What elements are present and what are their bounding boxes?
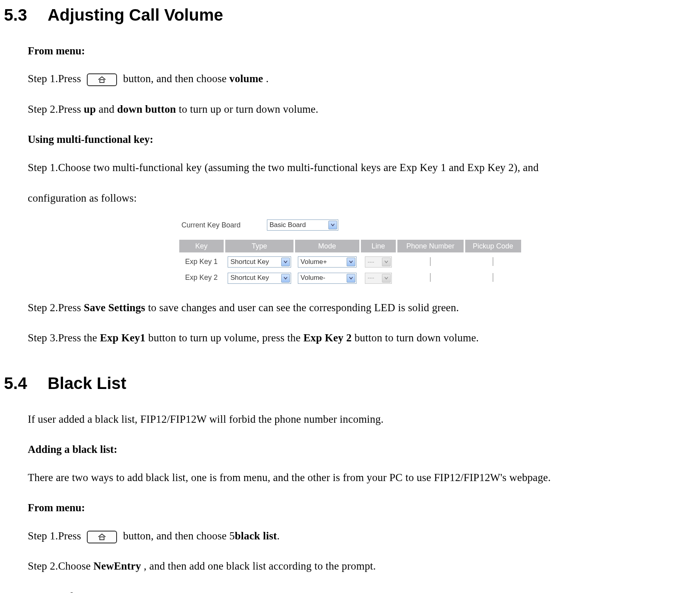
select-current-key-board[interactable]: Basic Board — [267, 219, 338, 231]
heading-5-4: 5.4 Black List — [4, 368, 672, 399]
text: Step 2.Press — [28, 302, 84, 314]
select-line-disabled: --- — [365, 256, 392, 268]
th-key: Key — [179, 240, 224, 252]
input-pickup-code[interactable] — [493, 273, 493, 282]
chevron-down-icon — [328, 221, 337, 229]
table-row: Exp Key 2 Shortcut Key Volume- — [179, 271, 521, 284]
select-value: Shortcut Key — [230, 272, 269, 284]
step-5-3-mk-1a: Step 1.Choose two multi-functional key (… — [28, 158, 672, 177]
cell-line: --- — [361, 255, 396, 268]
cell-pickup — [465, 255, 521, 268]
text-bold: Save Settings — [84, 302, 145, 314]
text-bold: Exp Key1 — [100, 332, 146, 344]
chevron-down-icon — [382, 274, 391, 283]
select-value: Volume- — [301, 272, 325, 284]
chevron-down-icon — [347, 258, 355, 266]
label-using-multi-key: Using multi-functional key: — [28, 130, 672, 149]
heading-number: 5.4 — [4, 368, 48, 399]
cell-line: --- — [361, 271, 396, 284]
svg-rect-1 — [100, 537, 104, 539]
home-icon — [87, 73, 117, 86]
cell-mode: Volume- — [295, 271, 359, 284]
table-row: Exp Key 1 Shortcut Key Volume+ — [179, 255, 521, 268]
page-root: 5.3 Adjusting Call Volume From menu: Ste… — [0, 0, 700, 593]
step-5-3-menu-2: Step 2.Press up and down button to turn … — [28, 100, 672, 119]
fig-top-row: Current Key Board Basic Board — [182, 219, 523, 231]
text: and — [99, 103, 117, 115]
select-value: --- — [368, 256, 374, 268]
text: , and then add one black list according … — [144, 560, 376, 572]
text-bold: Exp Key 2 — [303, 332, 352, 344]
select-value: --- — [368, 272, 374, 284]
table-header-row: Key Type Mode Line Phone Number Pickup C… — [179, 240, 521, 252]
label-current-key-board: Current Key Board — [182, 219, 267, 231]
text: . — [266, 73, 268, 85]
chevron-down-icon — [382, 258, 391, 266]
label-adding-black-list: Adding a black list: — [28, 440, 672, 459]
text-bold: down button — [117, 103, 176, 115]
select-type[interactable]: Shortcut Key — [228, 256, 291, 268]
fig-table: Key Type Mode Line Phone Number Pickup C… — [178, 237, 523, 287]
text: button to turn down volume. — [355, 332, 479, 344]
cell-key: Exp Key 2 — [179, 271, 224, 284]
cell-phone — [397, 271, 464, 284]
input-phone-number[interactable] — [430, 273, 431, 282]
heading-number: 5.3 — [4, 0, 48, 30]
text: button, and then choose — [123, 73, 229, 85]
select-value: Basic Board — [270, 219, 306, 231]
chevron-down-icon — [281, 274, 290, 283]
text: Step 2.Press — [28, 103, 84, 115]
cell-key: Exp Key 1 — [179, 255, 224, 268]
text: Step 1.Press — [28, 530, 84, 542]
select-mode[interactable]: Volume- — [298, 273, 357, 284]
cell-phone — [397, 255, 464, 268]
heading-5-3: 5.3 Adjusting Call Volume — [4, 0, 672, 30]
heading-title: Black List — [48, 368, 126, 399]
home-icon — [87, 531, 117, 543]
select-value: Shortcut Key — [230, 256, 269, 268]
text-bold: volume — [229, 73, 263, 85]
cell-type: Shortcut Key — [225, 271, 293, 284]
th-line: Line — [361, 240, 396, 252]
text: button, and then choose 5 — [123, 530, 235, 542]
input-pickup-code[interactable] — [493, 257, 493, 266]
intro-5-4: If user added a black list, FIP12/FIP12W… — [28, 410, 672, 429]
label-from-webpage: From Webpage: — [28, 587, 672, 593]
label-from-menu-2: From menu: — [28, 498, 672, 518]
svg-rect-0 — [100, 80, 104, 83]
step-5-3-menu-1: Step 1.Press button, and then choose vol… — [28, 69, 672, 89]
two-ways: There are two ways to add black list, on… — [28, 468, 672, 487]
th-type: Type — [225, 240, 293, 252]
text: Step 2.Choose — [28, 560, 94, 572]
cell-mode: Volume+ — [295, 255, 359, 268]
text: button to turn up volume, press the — [148, 332, 303, 344]
label-from-menu: From menu: — [28, 41, 672, 61]
th-pickup: Pickup Code — [465, 240, 521, 252]
text: Step 3.Press the — [28, 332, 100, 344]
text: Step 1.Press — [28, 73, 84, 85]
chevron-down-icon — [281, 258, 290, 266]
input-phone-number[interactable] — [430, 257, 431, 266]
chevron-down-icon — [347, 274, 355, 283]
config-figure: Current Key Board Basic Board Key Type M… — [28, 219, 672, 287]
text-bold: up — [84, 103, 96, 115]
select-type[interactable]: Shortcut Key — [228, 273, 291, 284]
config-figure-inner: Current Key Board Basic Board Key Type M… — [178, 219, 523, 287]
select-value: Volume+ — [301, 256, 327, 268]
th-mode: Mode — [295, 240, 359, 252]
th-phone: Phone Number — [397, 240, 464, 252]
text-bold: black list — [235, 530, 277, 542]
step-5-3-mk-3: Step 3.Press the Exp Key1 button to turn… — [28, 328, 672, 348]
select-mode[interactable]: Volume+ — [298, 256, 357, 268]
select-line-disabled: --- — [365, 273, 392, 284]
step-5-4-menu-1: Step 1.Press button, and then choose 5bl… — [28, 526, 672, 546]
step-5-3-mk-1b: configuration as follows: — [28, 189, 672, 208]
text: to turn up or turn down volume. — [179, 103, 318, 115]
step-5-3-mk-2: Step 2.Press Save Settings to save chang… — [28, 298, 672, 318]
text: to save changes and user can see the cor… — [148, 302, 459, 314]
heading-title: Adjusting Call Volume — [48, 0, 223, 30]
cell-pickup — [465, 271, 521, 284]
text-bold: NewEntry — [94, 560, 141, 572]
text: . — [277, 530, 280, 542]
step-5-4-menu-2: Step 2.Choose NewEntry , and then add on… — [28, 556, 672, 576]
